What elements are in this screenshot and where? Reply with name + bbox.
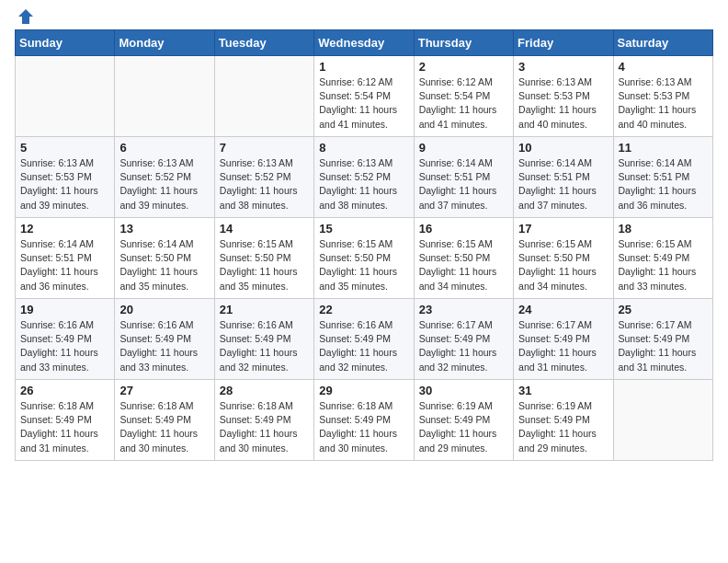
day-info-line: Sunset: 5:49 PM [518,413,608,427]
day-info-line: Daylight: 11 hours [419,265,508,279]
day-number: 29 [319,384,408,397]
day-info-line: Daylight: 11 hours [119,184,209,198]
day-info-line: Sunset: 5:50 PM [518,251,608,265]
day-info-line: Sunrise: 6:15 AM [419,237,508,251]
day-info-line: Sunrise: 6:18 AM [20,399,109,413]
day-info-line: Sunset: 5:49 PM [619,332,708,346]
day-info-line: Sunset: 5:50 PM [220,251,309,265]
day-info-line: Sunrise: 6:14 AM [20,237,109,251]
day-info-line: Daylight: 11 hours [220,346,309,360]
day-info-line: and 38 minutes. [220,199,309,213]
day-cell-6: 6Sunrise: 6:13 AMSunset: 5:52 PMDaylight… [115,137,214,218]
day-cell-29: 29Sunrise: 6:18 AMSunset: 5:49 PMDayligh… [314,380,414,461]
empty-cell [16,56,115,137]
day-info-line: Sunset: 5:52 PM [119,170,209,184]
day-info-line: and 34 minutes. [419,280,508,293]
day-info-line: Sunrise: 6:14 AM [619,156,708,170]
day-cell-22: 22Sunrise: 6:16 AMSunset: 5:49 PMDayligh… [314,299,414,380]
day-info-line: and 37 minutes. [419,199,508,213]
day-info-line: Sunrise: 6:17 AM [419,318,508,332]
day-info-line: Sunset: 5:53 PM [20,170,109,184]
day-cell-1: 1Sunrise: 6:12 AMSunset: 5:54 PMDaylight… [314,56,414,137]
weekday-header-monday: Monday [115,30,214,56]
day-info-line: Daylight: 11 hours [220,184,309,198]
day-number: 21 [220,303,309,316]
day-info-line: and 36 minutes. [619,199,708,213]
day-info-line: Daylight: 11 hours [119,427,209,441]
day-info-line: Sunset: 5:49 PM [419,413,508,427]
day-info-line: Sunrise: 6:15 AM [619,237,708,251]
day-cell-10: 10Sunrise: 6:14 AMSunset: 5:51 PMDayligh… [514,137,613,218]
logo [15,15,35,22]
day-number: 6 [119,141,209,155]
day-info-line: and 32 minutes. [220,361,309,374]
weekday-header-saturday: Saturday [613,30,712,56]
day-cell-21: 21Sunrise: 6:16 AMSunset: 5:49 PMDayligh… [214,299,313,380]
day-info-line: Daylight: 11 hours [518,265,608,279]
day-number: 2 [419,60,508,74]
day-cell-13: 13Sunrise: 6:14 AMSunset: 5:50 PMDayligh… [115,218,214,299]
day-info-line: Sunset: 5:49 PM [20,332,109,346]
day-info-line: and 40 minutes. [619,118,708,132]
day-cell-25: 25Sunrise: 6:17 AMSunset: 5:49 PMDayligh… [613,299,712,380]
day-number: 11 [619,141,708,155]
day-cell-15: 15Sunrise: 6:15 AMSunset: 5:50 PMDayligh… [314,218,414,299]
day-cell-4: 4Sunrise: 6:13 AMSunset: 5:53 PMDaylight… [613,56,712,137]
day-cell-14: 14Sunrise: 6:15 AMSunset: 5:50 PMDayligh… [214,218,313,299]
day-info-line: Daylight: 11 hours [619,265,708,279]
day-info-line: Sunrise: 6:13 AM [20,156,109,170]
day-info-line: Sunset: 5:49 PM [119,332,209,346]
day-info-line: Sunset: 5:49 PM [319,332,408,346]
weekday-header-tuesday: Tuesday [214,30,313,56]
day-info-line: Sunset: 5:49 PM [119,413,209,427]
day-number: 23 [419,303,508,316]
day-info-line: Sunrise: 6:13 AM [119,156,209,170]
day-info-line: Daylight: 11 hours [20,346,109,360]
day-info-line: Sunset: 5:49 PM [319,413,408,427]
day-info-line: and 39 minutes. [119,199,209,213]
day-info-line: Daylight: 11 hours [319,184,408,198]
day-number: 26 [20,384,109,397]
day-info-line: Sunset: 5:51 PM [619,170,708,184]
day-info-line: Daylight: 11 hours [419,184,508,198]
day-info-line: Sunrise: 6:13 AM [220,156,309,170]
day-cell-2: 2Sunrise: 6:12 AMSunset: 5:54 PMDaylight… [414,56,513,137]
day-info-line: Sunrise: 6:16 AM [220,318,309,332]
logo-icon [17,7,35,26]
day-info-line: and 40 minutes. [518,118,608,132]
day-cell-5: 5Sunrise: 6:13 AMSunset: 5:53 PMDaylight… [16,137,115,218]
day-info-line: Sunset: 5:54 PM [319,89,408,103]
day-cell-19: 19Sunrise: 6:16 AMSunset: 5:49 PMDayligh… [16,299,115,380]
day-info-line: and 35 minutes. [319,280,408,293]
day-info-line: Sunrise: 6:19 AM [518,399,608,413]
day-info-line: Sunset: 5:52 PM [319,170,408,184]
empty-cell [115,56,214,137]
day-info-line: and 41 minutes. [419,118,508,132]
day-cell-28: 28Sunrise: 6:18 AMSunset: 5:49 PMDayligh… [214,380,313,461]
day-cell-27: 27Sunrise: 6:18 AMSunset: 5:49 PMDayligh… [115,380,214,461]
day-info-line: Sunset: 5:49 PM [220,332,309,346]
day-info-line: Sunset: 5:53 PM [518,89,608,103]
calendar-table: SundayMondayTuesdayWednesdayThursdayFrid… [15,29,713,461]
day-cell-9: 9Sunrise: 6:14 AMSunset: 5:51 PMDaylight… [414,137,513,218]
day-info-line: Sunset: 5:54 PM [419,89,508,103]
day-info-line: and 31 minutes. [20,442,109,455]
day-info-line: Sunrise: 6:12 AM [419,75,508,89]
day-info-line: Sunrise: 6:19 AM [419,399,508,413]
day-info-line: Sunrise: 6:14 AM [119,237,209,251]
day-number: 13 [119,222,209,236]
day-info-line: and 35 minutes. [119,280,209,293]
day-info-line: Daylight: 11 hours [20,265,109,279]
day-cell-31: 31Sunrise: 6:19 AMSunset: 5:49 PMDayligh… [514,380,613,461]
day-number: 31 [518,384,608,397]
day-info-line: Daylight: 11 hours [419,103,508,117]
day-info-line: and 30 minutes. [119,442,209,455]
day-info-line: Daylight: 11 hours [518,427,608,441]
day-info-line: Daylight: 11 hours [619,346,708,360]
day-info-line: and 30 minutes. [220,442,309,455]
week-row-1: 1Sunrise: 6:12 AMSunset: 5:54 PMDaylight… [16,56,713,137]
day-cell-30: 30Sunrise: 6:19 AMSunset: 5:49 PMDayligh… [414,380,513,461]
day-info-line: Daylight: 11 hours [20,184,109,198]
day-info-line: and 29 minutes. [518,442,608,455]
day-info-line: Sunrise: 6:17 AM [619,318,708,332]
